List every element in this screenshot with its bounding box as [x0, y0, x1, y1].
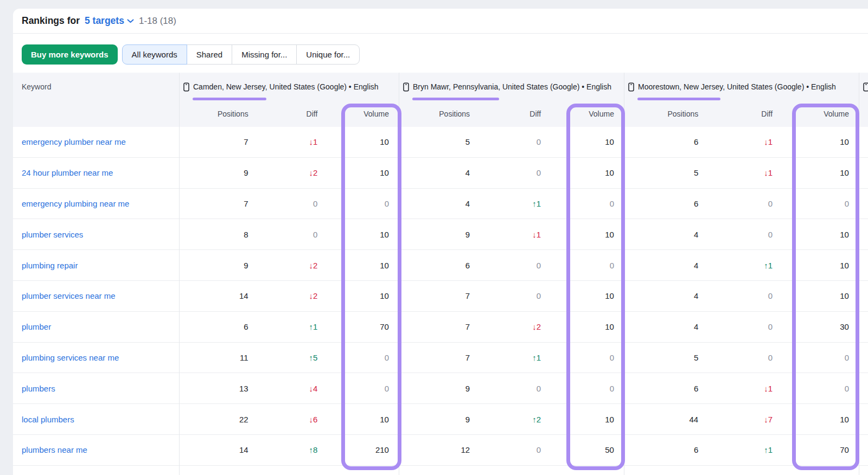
table-row: plumber 6 ↑1 70 7 ↓2 10 4 0 30 [13, 312, 868, 343]
diff-value: ↓2 [254, 261, 327, 270]
volume-value: 0 [550, 199, 624, 208]
keyword-link[interactable]: plumbing repair [22, 261, 78, 270]
position-value: 7 [399, 322, 475, 331]
position-value: 9 [399, 384, 475, 393]
targets-dropdown[interactable]: 5 targets [85, 15, 134, 27]
diff-value: ↑1 [254, 322, 327, 331]
tab-shared[interactable]: Shared [187, 44, 232, 65]
position-value: 4 [624, 261, 704, 270]
volume-value: 10 [550, 230, 624, 239]
keyword-cell: plumbing services near me [13, 343, 179, 373]
metric-subheaders: Positions Diff Volume [179, 101, 399, 127]
position-value: 6 [624, 137, 704, 146]
target-location-label: Camden, New Jersey, United States (Googl… [193, 82, 379, 91]
diff-value: ↑5 [254, 353, 327, 362]
metrics-group-clipped [859, 281, 868, 311]
tab-unique-for[interactable]: Unique for... [296, 44, 360, 65]
positions-column-header[interactable]: Positions [179, 110, 254, 118]
keyword-link[interactable]: plumbers near me [22, 445, 87, 454]
metrics-group: 6 ↑1 70 [624, 435, 859, 465]
keyword-link[interactable]: 24 hour plumber near me [22, 168, 113, 177]
column-divider [859, 73, 859, 475]
volume-value: 10 [781, 261, 859, 270]
card-header: Rankings for 5 targets 1-18 (18) [13, 9, 868, 34]
diff-value: 0 [475, 291, 550, 300]
target-group-header: Bryn Mawr, Pennsylvania, United States (… [399, 73, 624, 127]
metrics-group: 5 0 0 [624, 343, 859, 373]
tab-missing-for[interactable]: Missing for... [232, 44, 297, 65]
diff-value: ↑8 [254, 445, 327, 454]
metrics-group: 6 ↓1 10 [624, 127, 859, 157]
target-location: Camden, New Jersey, United States (Googl… [179, 73, 399, 101]
positions-column-header[interactable]: Positions [399, 110, 475, 118]
metrics-group: 11 ↑5 0 [179, 343, 399, 373]
metrics-group: 7 ↓1 10 [179, 127, 399, 157]
position-value: 13 [179, 384, 254, 393]
positions-column-header[interactable]: Positions [624, 110, 704, 118]
keyword-cell: plumbing repair [13, 250, 179, 280]
metrics-group: 6 0 0 [399, 250, 624, 280]
keyword-link[interactable]: plumber services [22, 230, 83, 239]
volume-value: 0 [550, 384, 624, 393]
keyword-cell: emergency plumbing near me [13, 189, 179, 219]
metrics-group: 7 ↑1 0 [399, 343, 624, 373]
keyword-link[interactable]: plumbing services near me [22, 353, 119, 362]
metrics-group: 4 0 10 [624, 219, 859, 249]
metrics-group-clipped [859, 435, 868, 465]
position-value: 9 [399, 230, 475, 239]
metrics-group: 22 ↓6 10 [179, 404, 399, 434]
keyword-link[interactable]: plumber services near me [22, 291, 116, 300]
diff-value: ↓6 [254, 415, 327, 424]
pagination-range: 1-18 (18) [139, 16, 176, 27]
keyword-link[interactable]: emergency plumber near me [22, 137, 126, 146]
position-value: 5 [399, 137, 475, 146]
volume-value: 0 [326, 384, 399, 393]
tab-all-keywords[interactable]: All keywords [122, 44, 187, 65]
metrics-group: 5 0 10 [399, 127, 624, 157]
buy-more-keywords-button[interactable]: Buy more keywords [22, 44, 118, 65]
volume-column-header[interactable]: Volume [550, 110, 624, 118]
keyword-cell: 24 hour plumber near me [13, 158, 179, 188]
diff-value: ↑1 [475, 353, 550, 362]
position-value: 5 [624, 353, 704, 362]
diff-value: ↑1 [704, 261, 781, 270]
keyword-link[interactable]: local plumbers [22, 415, 74, 424]
metrics-group: 6 0 0 [624, 189, 859, 219]
keyword-cell: plumbers [13, 373, 179, 403]
metrics-group: 9 0 0 [399, 373, 624, 403]
metrics-group-clipped [859, 312, 868, 342]
diff-column-header[interactable]: Diff [704, 110, 781, 118]
volume-value: 50 [550, 445, 624, 454]
diff-value: 0 [704, 199, 781, 208]
volume-value: 10 [781, 291, 859, 300]
volume-value: 10 [550, 137, 624, 146]
diff-column-header[interactable]: Diff [254, 110, 327, 118]
position-value: 7 [179, 137, 254, 146]
metrics-group: 6 ↑1 70 [179, 312, 399, 342]
table-row: 24 hour plumber near me 9 ↓2 10 4 0 10 5… [13, 158, 868, 189]
position-value: 9 [179, 261, 254, 270]
target-location-label: Bryn Mawr, Pennsylvania, United States (… [413, 82, 611, 91]
position-value: 9 [179, 168, 254, 177]
position-value: 4 [624, 322, 704, 331]
volume-value: 10 [781, 137, 859, 146]
position-value: 6 [179, 322, 254, 331]
keyword-link[interactable]: plumber [22, 322, 51, 331]
keyword-link[interactable]: emergency plumbing near me [22, 199, 129, 208]
mobile-device-icon [863, 82, 868, 92]
target-location-label: Moorestown, New Jersey, United States (G… [638, 82, 836, 91]
metrics-group: 9 ↑2 10 [399, 404, 624, 434]
diff-value: ↑1 [475, 199, 550, 208]
diff-column-header[interactable]: Diff [475, 110, 550, 118]
keyword-link[interactable]: plumbers [22, 384, 55, 393]
position-value: 44 [624, 415, 704, 424]
keyword-cell: plumber services near me [13, 281, 179, 311]
diff-value: 0 [704, 353, 781, 362]
table-row: plumbing services near me 11 ↑5 0 7 ↑1 0… [13, 343, 868, 374]
diff-value: ↓1 [704, 137, 781, 146]
metrics-group: 4 0 10 [399, 158, 624, 188]
volume-column-header[interactable]: Volume [781, 110, 859, 118]
rankings-table: Keyword Camden, New Jersey, United State… [13, 73, 868, 475]
position-value: 14 [179, 291, 254, 300]
volume-column-header[interactable]: Volume [326, 110, 399, 118]
